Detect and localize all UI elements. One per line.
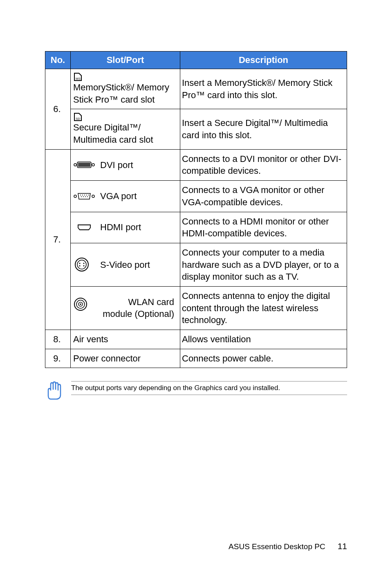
dvi-port-icon (73, 159, 95, 170)
slot-wlan: WLAN card module (Optional) (71, 286, 180, 330)
slot-svideo: S-Video port (71, 243, 180, 286)
wlan-label-line2: module (Optional) (103, 308, 174, 320)
svg-point-18 (77, 260, 86, 269)
page-footer: ASUS Essentio Desktop PC 11 (229, 541, 347, 551)
table-row: 6. MS MemoryStick®/ Memory Stick Pro™ ca… (45, 69, 347, 109)
footer-product: ASUS Essentio Desktop PC (229, 542, 325, 551)
note-hand-icon (45, 379, 63, 402)
note-section: The output ports vary depending on the G… (45, 381, 347, 402)
vga-desc: Connects to a VGA monitor or other VGA-c… (180, 181, 347, 212)
ports-table: No. Slot/Port Description 6. MS MemorySt… (45, 51, 347, 368)
footer-page-number: 11 (338, 541, 347, 551)
svg-point-9 (84, 195, 85, 195)
sd-desc: Insert a Secure Digital™/ Multimedia car… (180, 109, 347, 149)
wlan-antenna-icon (73, 296, 88, 312)
svg-point-26 (80, 303, 81, 305)
svg-point-14 (85, 196, 86, 197)
svg-point-12 (81, 196, 82, 197)
svg-point-16 (92, 195, 94, 197)
svg-point-8 (82, 195, 83, 195)
wlan-desc: Connects antenna to enjoy the digital co… (180, 286, 347, 330)
table-row: WLAN card module (Optional) Connects ant… (45, 286, 347, 330)
header-desc: Description (180, 52, 347, 69)
svg-point-7 (80, 195, 81, 195)
table-header-row: No. Slot/Port Description (45, 52, 347, 69)
vga-label: VGA port (100, 190, 137, 202)
svideo-port-icon (73, 257, 95, 272)
svg-text:SD: SD (76, 117, 80, 121)
svg-point-6 (74, 195, 76, 197)
table-row: SD Secure Digital™/ Multimedia card slot… (45, 109, 347, 149)
row-8-no: 8. (45, 330, 71, 349)
hdmi-port-icon (73, 224, 95, 231)
slot-vga: VGA port (71, 181, 180, 212)
svg-rect-4 (78, 163, 90, 167)
sd-label: Secure Digital™/ Multimedia card slot (73, 121, 176, 146)
air-vents-desc: Allows ventilation (180, 330, 347, 349)
svideo-desc: Connects your computer to a media hardwa… (180, 243, 347, 286)
slot-dvi: DVI port (71, 149, 180, 180)
svg-point-10 (86, 195, 87, 195)
note-text: The output ports vary depending on the G… (71, 381, 347, 395)
vga-port-icon (73, 191, 95, 202)
svg-point-19 (79, 263, 81, 264)
table-row: HDMI port Connects to a HDMI monitor or … (45, 212, 347, 243)
slot-sd: SD Secure Digital™/ Multimedia card slot (71, 109, 180, 149)
hdmi-label: HDMI port (100, 221, 141, 233)
table-row: VGA port Connects to a VGA monitor or ot… (45, 181, 347, 212)
dvi-desc: Connects to a DVI monitor or other DVI-c… (180, 149, 347, 180)
svg-text:MS: MS (76, 77, 81, 81)
svg-point-13 (83, 196, 84, 197)
hdmi-desc: Connects to a HDMI monitor or other HDMI… (180, 212, 347, 243)
header-slot: Slot/Port (71, 52, 180, 69)
wlan-label-line1: WLAN card (128, 296, 174, 308)
svg-point-21 (79, 265, 81, 267)
slot-air-vents: Air vents (71, 330, 180, 349)
slot-hdmi: HDMI port (71, 212, 180, 243)
svg-point-11 (88, 195, 89, 195)
svg-point-20 (83, 263, 85, 264)
memorystick-desc: Insert a MemoryStick®/ Memory Stick Pro™… (180, 69, 347, 109)
power-desc: Connects power cable. (180, 349, 347, 368)
svg-point-2 (74, 164, 76, 166)
row-9-no: 9. (45, 349, 71, 368)
memorystick-label: MemoryStick®/ Memory Stick Pro™ card slo… (73, 81, 176, 105)
sd-card-icon: SD (73, 112, 84, 121)
row-6-no: 6. (45, 69, 71, 150)
dvi-label: DVI port (100, 159, 133, 171)
svg-point-22 (83, 265, 85, 267)
header-no: No. (45, 52, 71, 69)
svideo-label: S-Video port (100, 259, 150, 271)
table-row: 7. DVI port Connects to a DVI monitor or… (45, 149, 347, 180)
row-7-no: 7. (45, 149, 71, 330)
table-row: 8. Air vents Allows ventilation (45, 330, 347, 349)
slot-power: Power connector (71, 349, 180, 368)
table-row: S-Video port Connects your computer to a… (45, 243, 347, 286)
svg-point-5 (92, 164, 94, 166)
slot-memorystick: MS MemoryStick®/ Memory Stick Pro™ card … (71, 69, 180, 109)
table-row: 9. Power connector Connects power cable. (45, 349, 347, 368)
svg-point-15 (87, 196, 88, 197)
memorystick-icon: MS (73, 72, 84, 81)
